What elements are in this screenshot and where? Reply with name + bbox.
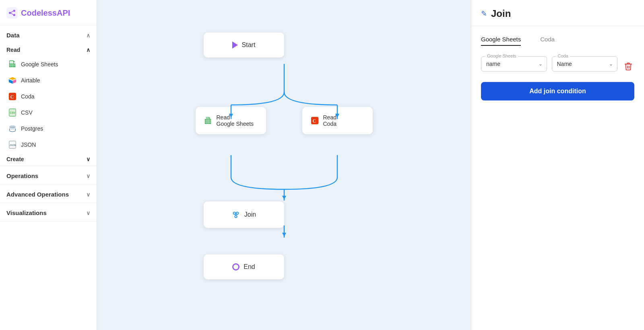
node-gs-icon bbox=[204, 116, 213, 125]
delete-icon bbox=[624, 62, 633, 71]
subsection-read-chevron: ∧ bbox=[86, 47, 90, 53]
app-logo-icon bbox=[6, 7, 18, 18]
sidebar-item-google-sheets[interactable]: Google Sheets bbox=[0, 56, 97, 72]
node-read-gs-line1: Read bbox=[217, 114, 254, 121]
svg-point-3 bbox=[13, 14, 15, 16]
section-advanced-operations-header[interactable]: Advanced Operations ∨ bbox=[0, 184, 97, 203]
right-panel-body: Google Sheets Coda Google Sheets name em… bbox=[471, 26, 644, 330]
node-end-label: End bbox=[244, 263, 255, 271]
sidebar-item-airtable[interactable]: Airtable bbox=[0, 72, 97, 88]
sidebar-item-coda[interactable]: C Coda bbox=[0, 88, 97, 105]
tab-google-sheets[interactable]: Google Sheets bbox=[481, 36, 521, 46]
svg-text:JSON: JSON bbox=[10, 144, 16, 146]
node-end[interactable]: End bbox=[204, 254, 284, 279]
svg-point-2 bbox=[13, 10, 15, 12]
join-condition-row: Google Sheets name email id date ⌄ Coda … bbox=[481, 55, 634, 72]
svg-marker-18 bbox=[12, 79, 16, 84]
subsection-create-label: Create bbox=[6, 156, 24, 162]
node-join-label: Join bbox=[244, 211, 256, 218]
node-start-label: Start bbox=[242, 41, 256, 49]
svg-marker-35 bbox=[282, 196, 286, 200]
node-read-coda-line1: Read bbox=[323, 114, 336, 121]
sidebar-item-postgres-label: Postgres bbox=[21, 125, 43, 132]
google-sheets-icon bbox=[8, 60, 17, 69]
coda-select-group: Coda Name Email ID Date ⌄ bbox=[552, 56, 618, 72]
section-visualizations-label: Visualizations bbox=[6, 209, 47, 216]
section-advanced-operations-label: Advanced Operations bbox=[6, 191, 69, 198]
section-visualizations: Visualizations ∨ bbox=[0, 203, 97, 221]
section-advanced-operations: Advanced Operations ∨ bbox=[0, 184, 97, 203]
section-data-chevron: ∧ bbox=[86, 32, 90, 39]
coda-select-wrapper: Coda Name Email ID Date ⌄ bbox=[552, 56, 618, 72]
main-canvas: Start Read Google Sheets bbox=[97, 0, 471, 330]
section-data-label: Data bbox=[6, 32, 20, 39]
svg-rect-0 bbox=[6, 7, 18, 18]
start-icon bbox=[232, 41, 238, 49]
edit-icon: ✎ bbox=[481, 9, 487, 18]
coda-select[interactable]: Name Email ID Date bbox=[552, 57, 617, 71]
flow-diagram: Start Read Google Sheets bbox=[171, 20, 397, 310]
subsection-read-label: Read bbox=[6, 47, 20, 53]
sidebar-item-json[interactable]: JSON JSON bbox=[0, 137, 97, 153]
svg-marker-16 bbox=[9, 77, 16, 80]
postgres-icon bbox=[8, 124, 17, 133]
json-icon: JSON bbox=[8, 140, 17, 149]
section-visualizations-header[interactable]: Visualizations ∨ bbox=[0, 203, 97, 221]
svg-point-48 bbox=[235, 215, 237, 217]
right-panel-title: Join bbox=[491, 8, 511, 19]
node-read-gs-line2: Google Sheets bbox=[217, 121, 254, 127]
section-operations-header[interactable]: Operations ∨ bbox=[0, 166, 97, 184]
sidebar-item-google-sheets-label: Google Sheets bbox=[21, 61, 58, 68]
add-join-condition-button[interactable]: Add join condition bbox=[481, 82, 634, 100]
svg-marker-37 bbox=[282, 233, 286, 237]
node-join[interactable]: Join bbox=[204, 201, 284, 228]
svg-text:CSV: CSV bbox=[10, 111, 16, 114]
google-sheets-select-legend: Google Sheets bbox=[485, 53, 518, 58]
right-panel-header: ✎ Join bbox=[471, 0, 644, 26]
section-operations-label: Operations bbox=[6, 172, 38, 179]
right-panel: ✎ Join Google Sheets Coda Google Sheets … bbox=[471, 0, 644, 330]
coda-icon: C bbox=[8, 92, 17, 101]
sidebar: CodelessAPI Data ∧ Read ∧ bbox=[0, 0, 97, 330]
airtable-icon bbox=[8, 76, 17, 85]
section-operations-chevron: ∨ bbox=[86, 173, 90, 179]
sidebar-item-csv-label: CSV bbox=[21, 109, 33, 116]
sidebar-item-postgres[interactable]: Postgres bbox=[0, 121, 97, 137]
tabs-row: Google Sheets Coda bbox=[481, 36, 634, 46]
section-visualizations-chevron: ∨ bbox=[86, 210, 90, 216]
join-icon bbox=[231, 210, 240, 219]
tab-coda[interactable]: Coda bbox=[540, 36, 555, 46]
google-sheets-select-wrapper: Google Sheets name email id date ⌄ bbox=[481, 56, 547, 72]
app-name: CodelessAPI bbox=[21, 8, 70, 18]
subsection-read-header[interactable]: Read ∧ bbox=[0, 43, 97, 56]
node-read-coda[interactable]: C Read Coda bbox=[302, 107, 373, 134]
coda-select-legend: Coda bbox=[556, 53, 570, 58]
google-sheets-select-group: Google Sheets name email id date ⌄ bbox=[481, 56, 547, 72]
delete-condition-button[interactable] bbox=[622, 60, 634, 72]
node-read-coda-line2: Coda bbox=[323, 121, 336, 127]
section-operations: Operations ∨ bbox=[0, 166, 97, 184]
node-read-google-sheets[interactable]: Read Google Sheets bbox=[196, 107, 266, 134]
google-sheets-select[interactable]: name email id date bbox=[481, 57, 547, 71]
subsection-create-header[interactable]: Create ∨ bbox=[0, 153, 97, 166]
svg-text:C: C bbox=[10, 94, 14, 100]
section-data-header[interactable]: Data ∧ bbox=[0, 25, 97, 43]
end-icon bbox=[232, 263, 239, 271]
sidebar-item-airtable-label: Airtable bbox=[21, 77, 40, 84]
section-advanced-operations-chevron: ∨ bbox=[86, 191, 90, 198]
sidebar-item-json-label: JSON bbox=[21, 141, 36, 148]
sidebar-item-csv[interactable]: CSV CSV bbox=[0, 105, 97, 121]
subsection-create-chevron: ∨ bbox=[86, 156, 90, 162]
section-data: Data ∧ Read ∧ bbox=[0, 25, 97, 166]
svg-marker-17 bbox=[9, 79, 12, 84]
sidebar-item-coda-label: Coda bbox=[21, 93, 34, 100]
sidebar-logo: CodelessAPI bbox=[0, 0, 97, 25]
svg-point-1 bbox=[9, 12, 11, 14]
svg-rect-38 bbox=[204, 119, 211, 124]
csv-icon: CSV bbox=[8, 108, 17, 117]
node-coda-icon: C bbox=[310, 116, 319, 125]
svg-rect-11 bbox=[9, 64, 16, 67]
node-start[interactable]: Start bbox=[204, 33, 284, 57]
svg-text:C: C bbox=[312, 118, 316, 123]
